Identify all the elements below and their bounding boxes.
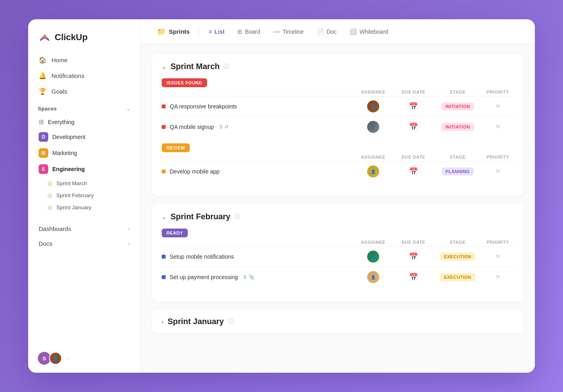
flag-icon[interactable]: ⚑ [495,123,501,131]
due-date-cell[interactable]: 📅 [393,102,434,111]
spaces-chevron-icon[interactable]: ⌄ [126,106,131,112]
calendar-icon[interactable]: 📅 [409,102,418,111]
sprint-february-chevron-icon[interactable]: ⌄ [162,214,166,220]
status-badge: PLANNING [442,167,474,176]
task-row[interactable]: QA mobile signup 3 ↺ 👤 📅 [162,117,514,137]
task-row[interactable]: Develop mobile app 👤 📅 PLANNING [162,161,514,182]
bell-icon: 🔔 [39,72,47,80]
stage-cell: INITIATION [434,102,482,110]
avatar: 👤 [367,165,379,178]
clickup-logo-icon [38,31,51,44]
sidebar-item-goals[interactable]: 🏆 Goals [33,84,136,99]
subtask-count: 3 [220,124,222,130]
sprint-february-header: ⌄ Sprint February ⓘ [162,212,514,221]
issues-columns-header: ASSIGNEE DUE DATE STAGE PRIORITY [162,87,514,96]
priority-cell[interactable]: ⚑ [482,274,514,281]
calendar-icon[interactable]: 📅 [409,252,418,261]
flag-icon[interactable]: ⚑ [495,253,501,261]
flag-icon[interactable]: ⚑ [495,103,501,110]
priority-cell[interactable]: ⚑ [482,103,514,110]
sidebar-item-docs[interactable]: Docs › [33,236,136,251]
calendar-icon[interactable]: 📅 [409,273,418,282]
sprint-march-header: ⌄ Sprint March ⓘ [162,62,514,71]
attachment-count: 5 [244,274,247,280]
task-row[interactable]: Setup mobile notifications 👤 📅 EXECUTION [162,247,514,267]
sidebar-home-label: Home [51,57,68,63]
tab-list[interactable]: ≡ List [203,26,230,37]
sidebar-sprint-january[interactable]: ◎ Sprint January [33,201,136,213]
due-date-cell[interactable]: 📅 [393,122,434,131]
sprint-march-chevron-icon[interactable]: ⌄ [162,63,166,70]
sprint-february-info-icon[interactable]: ⓘ [234,213,240,220]
sidebar-everything-label: Everything [48,119,74,125]
tab-doc[interactable]: 📄 Doc [311,26,342,38]
calendar-icon[interactable]: 📅 [409,167,418,176]
sprint-march-icon: ◎ [47,180,52,186]
task-name-cell: Set up payment processing 5 📎 [162,274,353,280]
assignee-cell: 👤 [353,271,393,283]
sidebar-item-engineering[interactable]: E Engineering [33,161,136,177]
marketing-dot: M [39,148,48,158]
review-badge[interactable]: REVIEW [162,143,190,152]
issues-found-badge[interactable]: ISSUES FOUND [162,78,207,87]
sidebar: ClickUp 🏠 Home 🔔 Notifications 🏆 Goals S… [28,19,141,373]
sidebar-notifications-label: Notifications [51,72,84,79]
assignee-cell: 👤 [353,165,393,178]
col-assignee-1: ASSIGNEE [353,90,393,94]
user-avatar-photo[interactable]: 👤 [49,352,62,365]
sidebar-item-notifications[interactable]: 🔔 Notifications [33,68,136,84]
due-date-cell[interactable]: 📅 [393,167,434,176]
sidebar-sprint-february-label: Sprint February [56,192,94,198]
flag-icon[interactable]: ⚑ [495,274,501,281]
sidebar-item-dashboards[interactable]: Dashboards › [33,221,136,236]
sidebar-item-everything[interactable]: ⊞ Everything [33,115,136,129]
task-sub-info: 3 ↺ [220,124,229,130]
task-row[interactable]: QA responsive breakpoints 👤 📅 INITIATION [162,96,514,117]
sidebar-item-marketing[interactable]: M Marketing [33,145,136,161]
tab-whiteboard[interactable]: ⬜ Whiteboard [344,26,394,38]
sprint-march-title: Sprint March [171,62,220,71]
avatar: 👤 [367,251,379,263]
ready-badge[interactable]: READY [162,229,188,237]
task-dot-yellow [162,169,166,174]
sidebar-logo[interactable]: ClickUp [28,19,140,52]
sidebar-item-home[interactable]: 🏠 Home [33,52,136,68]
dashboards-label: Dashboards [39,225,71,232]
sprint-january-section: › Sprint January ⓘ [152,310,524,333]
calendar-icon[interactable]: 📅 [409,122,418,131]
spaces-label: Spaces [38,106,57,112]
task-name: Set up payment processing [170,274,238,280]
priority-cell[interactable]: ⚑ [482,123,514,131]
folder-nav-item[interactable]: 📁 Sprints [152,25,195,39]
sidebar-sprint-march[interactable]: ◎ Sprint March [33,177,136,189]
tab-board[interactable]: ⊞ Board [232,26,265,38]
sprint-january-info-icon[interactable]: ⓘ [228,318,234,325]
sprint-items-list: ◎ Sprint March ◎ Sprint February ◎ Sprin… [33,177,136,213]
docs-chevron-icon: › [128,241,130,247]
sidebar-nav: 🏠 Home 🔔 Notifications 🏆 Goals [28,52,140,99]
task-dot-blue [162,255,166,259]
whiteboard-icon: ⬜ [349,28,357,35]
ready-label-row: READY [162,229,514,237]
due-date-cell[interactable]: 📅 [393,252,434,261]
sidebar-item-development[interactable]: D Development [33,129,136,145]
engineering-dot: E [39,164,48,174]
col-priority-1: PRIORITY [482,90,514,94]
task-name: QA responsive breakpoints [170,103,237,110]
priority-cell[interactable]: ⚑ [482,253,514,261]
tab-timeline[interactable]: — Timeline [267,25,309,38]
sidebar-sprint-february[interactable]: ◎ Sprint February [33,189,136,201]
sprint-january-header: › Sprint January ⓘ [162,317,514,326]
task-row[interactable]: Set up payment processing 5 📎 👤 [162,267,514,287]
due-date-cell[interactable]: 📅 [393,273,434,282]
sprint-march-info-icon[interactable]: ⓘ [224,63,229,70]
review-columns-header: ASSIGNEE DUE DATE STAGE PRIORITY [162,152,514,161]
flag-icon[interactable]: ⚑ [495,168,501,176]
sprint-january-chevron-icon[interactable]: › [162,318,164,325]
sidebar-sprint-january-label: Sprint January [56,204,91,210]
col-stage-3: STAGE [434,240,482,245]
content-area: ⌄ Sprint March ⓘ ISSUES FOUND ASSIGNEE D… [141,44,535,373]
sidebar-goals-label: Goals [51,88,67,95]
priority-cell[interactable]: ⚑ [482,168,514,176]
assignee-cell: 👤 [353,100,393,112]
